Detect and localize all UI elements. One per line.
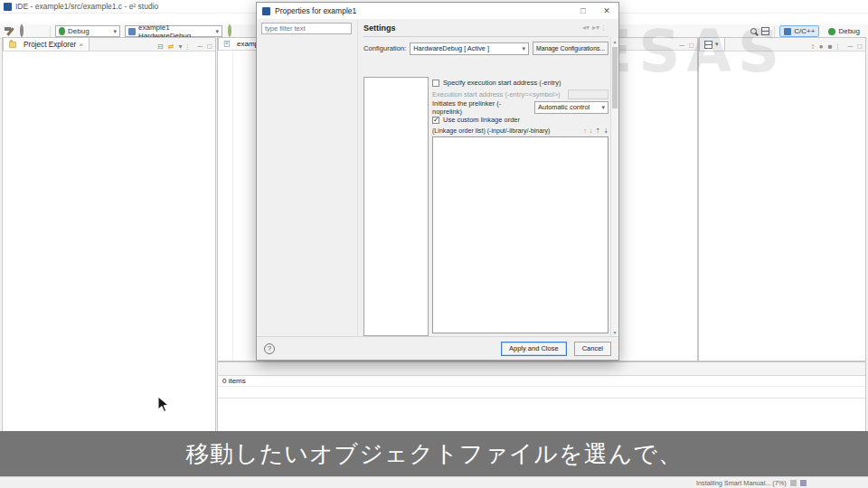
debug-config-label: Debug bbox=[68, 27, 90, 35]
perspective-debug-button[interactable]: Debug bbox=[824, 25, 864, 37]
move-down-icon[interactable]: ↓ bbox=[590, 127, 593, 135]
maximize-icon[interactable]: □ bbox=[857, 42, 862, 51]
entry-checkbox[interactable] bbox=[432, 80, 439, 87]
subtitle-text: 移動したいオブジェクトファイルを選んで、 bbox=[185, 438, 683, 470]
move-up-icon[interactable]: ↑ bbox=[583, 127, 587, 135]
dialog-nav-pane bbox=[257, 19, 358, 336]
scroll-up-icon[interactable]: ▴ bbox=[611, 38, 618, 44]
properties-dialog: Properties for example1 □ ✕ Settings ◂▾ … bbox=[256, 2, 619, 361]
move-top-icon[interactable]: ⇡ bbox=[595, 127, 600, 135]
configuration-label: Configuration: bbox=[363, 44, 406, 52]
build-icon[interactable] bbox=[4, 26, 14, 37]
minimize-icon[interactable]: ─ bbox=[847, 42, 853, 51]
filter-input[interactable] bbox=[261, 23, 352, 34]
app-icon bbox=[4, 3, 12, 11]
linker-input-options: Specify execution start address (-entry)… bbox=[432, 77, 609, 336]
link-editor-icon[interactable]: ⇄ bbox=[168, 42, 175, 51]
dialog-icon bbox=[262, 7, 270, 15]
dialog-tabbar bbox=[363, 60, 609, 74]
project-explorer-tabbar: Project Explorer × ⊟ ⇄ ▾ … ─ □ bbox=[3, 38, 215, 52]
cpp-perspective-icon bbox=[784, 28, 791, 35]
scroll-down-icon[interactable]: ▾ bbox=[611, 329, 618, 335]
c-file-icon bbox=[224, 41, 230, 47]
collapse-all-icon[interactable]: ⊟ bbox=[157, 42, 164, 51]
search-icon[interactable] bbox=[750, 28, 757, 34]
outline-icon bbox=[704, 41, 712, 49]
problems-table-header bbox=[218, 387, 865, 399]
bottom-tabbar bbox=[218, 362, 865, 376]
minimize-icon[interactable]: ─ bbox=[197, 42, 203, 51]
maximize-icon[interactable]: □ bbox=[207, 42, 212, 51]
window-title: IDE - example1/src/example1.c - e² studi… bbox=[15, 2, 158, 11]
prelinker-value: Automatic control bbox=[538, 103, 590, 111]
dialog-nav-tree bbox=[261, 34, 357, 38]
help-button[interactable]: ? bbox=[264, 343, 275, 354]
manage-configurations-button[interactable]: Manage Configurations... bbox=[533, 42, 609, 55]
status-bar: Installing Smart Manual... (7%) bbox=[0, 476, 868, 488]
chevron-down-icon: ▾ bbox=[715, 41, 719, 48]
project-explorer-panel: Project Explorer × ⊟ ⇄ ▾ … ─ □ bbox=[2, 37, 216, 476]
progress-text: Installing Smart Manual... (7%) bbox=[696, 479, 787, 487]
tab-project-explorer[interactable]: Project Explorer × bbox=[3, 37, 90, 51]
prelinker-combo[interactable]: Automatic control ▾ bbox=[534, 101, 609, 114]
launch-config-combo[interactable]: example1 HardwareDebug ▾ bbox=[125, 25, 222, 37]
perspective-cpp-label: C/C++ bbox=[794, 27, 815, 35]
open-perspective-icon[interactable] bbox=[761, 27, 769, 35]
view-menu-icon[interactable]: … bbox=[835, 43, 844, 50]
gear-icon[interactable] bbox=[20, 24, 24, 37]
entry-field-label: Execution start address (-entry=<symbol>… bbox=[432, 90, 561, 99]
perspective-debug-label: Debug bbox=[838, 27, 860, 35]
filter-icon[interactable]: ▾ bbox=[178, 42, 182, 51]
progress-view-icon[interactable] bbox=[790, 480, 797, 486]
mouse-cursor bbox=[157, 396, 170, 414]
hide-static-icon[interactable]: ■ bbox=[828, 42, 833, 51]
linkage-order-list bbox=[432, 136, 609, 333]
perspective-cpp-button[interactable]: C/C++ bbox=[779, 25, 819, 37]
linkage-list-label: (Linkage order list) (-input/-library/-b… bbox=[432, 127, 551, 135]
cancel-button[interactable]: Cancel bbox=[574, 342, 611, 356]
run-settings-icon[interactable] bbox=[228, 24, 231, 37]
debug-perspective-icon bbox=[828, 28, 835, 35]
tool-settings-tree bbox=[363, 77, 429, 336]
forward-icon[interactable]: ▸▾ bbox=[592, 23, 599, 32]
restore-order-icon[interactable]: ⇣ bbox=[603, 127, 609, 135]
dialog-scrollbar[interactable]: ▴ ▾ bbox=[610, 37, 618, 336]
linkage-order-checkbox[interactable] bbox=[432, 117, 439, 124]
view-menu-icon[interactable]: … bbox=[185, 43, 193, 50]
toolbar-separator bbox=[774, 26, 775, 37]
outline-list bbox=[699, 52, 865, 54]
background-jobs-icon[interactable] bbox=[800, 480, 807, 486]
sort-icon[interactable]: ↕ bbox=[811, 42, 815, 51]
dialog-maximize-button[interactable]: □ bbox=[571, 3, 595, 19]
hide-fields-icon[interactable]: ● bbox=[819, 42, 824, 51]
prelinker-label: Initiates the prelinker (-noprelink) bbox=[432, 99, 531, 116]
back-icon[interactable]: ◂▾ bbox=[582, 23, 590, 32]
chevron-down-icon: ▾ bbox=[113, 28, 117, 35]
outline-panel: ▾ ↕ ● ■ … ─ □ bbox=[698, 37, 866, 361]
entry-checkbox-label: Specify execution start address (-entry) bbox=[443, 79, 561, 87]
dialog-content-pane: Settings ◂▾ ▸▾ … Configuration: Hardware… bbox=[358, 19, 618, 336]
tab-project-explorer-label: Project Explorer bbox=[24, 41, 76, 49]
toolbar-separator bbox=[50, 26, 51, 37]
dialog-button-row: ? Apply and Close Cancel bbox=[257, 336, 618, 360]
close-icon[interactable]: × bbox=[79, 41, 83, 49]
apply-and-close-button[interactable]: Apply and Close bbox=[501, 342, 567, 356]
dialog-close-button[interactable]: ✕ bbox=[595, 3, 618, 19]
project-explorer-tree bbox=[3, 52, 215, 53]
scrollbar-thumb[interactable] bbox=[612, 47, 618, 108]
bug-icon bbox=[59, 27, 65, 35]
dialog-title: Properties for example1 bbox=[275, 6, 356, 15]
view-menu-icon[interactable]: … bbox=[601, 24, 609, 31]
minimize-icon[interactable]: ─ bbox=[679, 42, 684, 50]
dialog-titlebar[interactable]: Properties for example1 □ ✕ bbox=[257, 3, 618, 19]
chevron-down-icon: ▾ bbox=[523, 45, 526, 52]
configuration-value: HardwareDebug [ Active ] bbox=[413, 44, 489, 52]
configuration-combo[interactable]: HardwareDebug [ Active ] ▾ bbox=[410, 42, 529, 55]
tab-outline[interactable]: ▾ bbox=[699, 37, 725, 51]
launch-config-icon bbox=[128, 28, 136, 35]
entry-address-input bbox=[568, 89, 609, 99]
debug-config-combo[interactable]: Debug ▾ bbox=[55, 25, 120, 37]
maximize-icon[interactable]: □ bbox=[689, 42, 693, 50]
explorer-icon bbox=[9, 41, 16, 47]
subtitle-bar: 移動したいオブジェクトファイルを選んで、 bbox=[0, 431, 868, 476]
